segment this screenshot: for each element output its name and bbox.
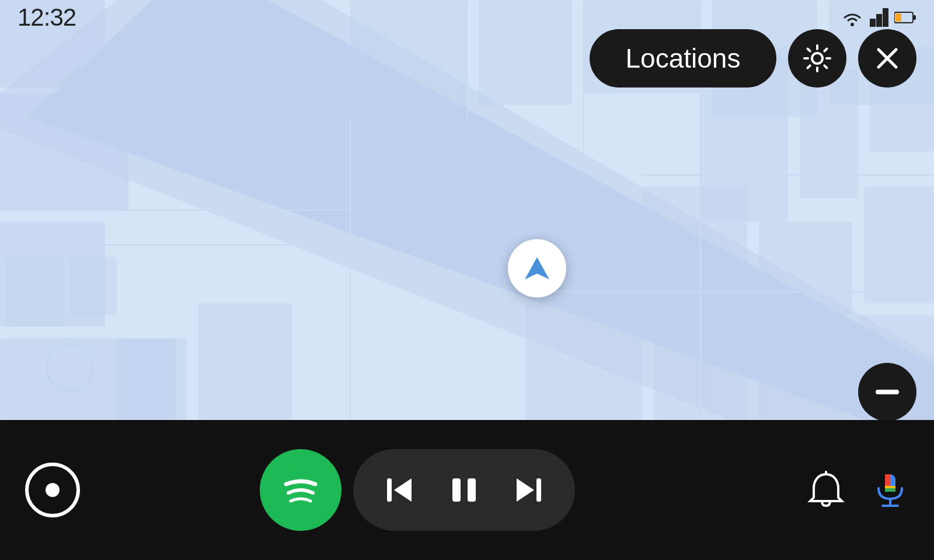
signal-icon: [870, 8, 888, 27]
pause-button[interactable]: [441, 467, 487, 513]
svg-rect-7: [117, 338, 187, 420]
bottom-bar: [0, 420, 934, 560]
svg-rect-54: [452, 478, 461, 502]
home-circle-icon: [23, 461, 82, 519]
svg-marker-53: [394, 478, 412, 502]
wifi-icon: [841, 8, 864, 27]
svg-marker-37: [870, 19, 876, 27]
right-actions: [724, 470, 934, 510]
svg-point-50: [46, 483, 60, 497]
notification-button[interactable]: [806, 470, 846, 510]
locations-button[interactable]: Locations: [590, 29, 776, 88]
svg-point-36: [851, 23, 854, 26]
skip-forward-icon: [511, 473, 546, 508]
top-controls: Locations: [590, 29, 916, 88]
svg-point-43: [812, 53, 823, 64]
svg-rect-23: [525, 303, 642, 420]
microphone-icon: [870, 470, 911, 510]
svg-rect-42: [895, 13, 901, 22]
svg-rect-56: [536, 478, 541, 502]
svg-rect-55: [468, 478, 476, 502]
minus-icon: [876, 390, 899, 394]
svg-marker-38: [876, 14, 882, 27]
svg-rect-41: [913, 15, 916, 20]
close-button[interactable]: [858, 29, 916, 88]
svg-marker-39: [883, 8, 888, 27]
svg-rect-46: [876, 390, 899, 394]
skip-back-icon: [382, 473, 417, 508]
svg-rect-21: [759, 222, 852, 315]
svg-rect-8: [198, 303, 292, 420]
svg-marker-35: [525, 257, 549, 279]
pause-icon: [447, 473, 482, 508]
clock: 12:32: [18, 4, 76, 32]
svg-rect-9: [6, 257, 64, 327]
battery-icon: [894, 11, 916, 24]
playback-section: [105, 449, 724, 531]
bell-icon: [806, 470, 846, 510]
svg-rect-10: [70, 257, 117, 315]
settings-button[interactable]: [788, 29, 846, 88]
svg-rect-4: [0, 93, 128, 210]
svg-rect-18: [800, 70, 858, 198]
transport-controls: [353, 449, 575, 531]
close-icon: [874, 45, 901, 72]
svg-rect-20: [642, 187, 747, 303]
svg-rect-22: [864, 187, 934, 303]
previous-track-button[interactable]: [377, 467, 423, 513]
svg-rect-52: [387, 478, 392, 502]
svg-marker-57: [517, 478, 534, 502]
svg-rect-64: [885, 488, 890, 492]
spotify-icon: [274, 464, 327, 516]
next-track-button[interactable]: [505, 467, 552, 513]
location-marker: [508, 239, 566, 298]
gear-icon: [802, 43, 832, 74]
svg-rect-25: [759, 338, 846, 420]
status-icons: [841, 8, 916, 27]
home-button[interactable]: [0, 438, 105, 542]
microphone-button[interactable]: [870, 470, 911, 510]
zoom-out-button[interactable]: [858, 363, 916, 421]
spotify-button[interactable]: [260, 449, 341, 531]
